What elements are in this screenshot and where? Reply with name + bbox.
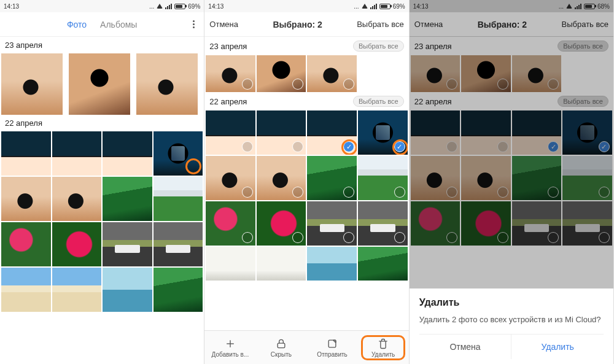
- more-icon[interactable]: [188, 19, 199, 30]
- tab-photos[interactable]: Фото: [67, 20, 87, 29]
- delete-dialog: Удалить Удалить 2 фото со всех устройств…: [410, 288, 613, 364]
- delete-label: Удалить: [371, 351, 395, 358]
- photo-scroll[interactable]: 23 апреля 22 апреля: [0, 37, 204, 364]
- photo-thumb[interactable]: ✓: [358, 110, 408, 155]
- tab-albums[interactable]: Альбомы: [100, 20, 137, 29]
- screen-gallery-delete-dialog: 14:13 ... 68% Отмена Выбрано: 2 Выбрать …: [410, 0, 614, 364]
- dialog-confirm-button[interactable]: Удалить: [511, 335, 604, 359]
- photo-thumb[interactable]: [358, 156, 408, 200]
- ellipsis-icon: ...: [149, 3, 154, 10]
- svg-rect-2: [278, 343, 285, 348]
- trash-icon: [377, 338, 389, 350]
- section-header: 23 апреля Выбрать все: [204, 37, 408, 55]
- check-empty-icon: [242, 187, 253, 198]
- hide-button[interactable]: Скрыть: [262, 338, 301, 358]
- status-bar: 14:13 ... 69%: [204, 0, 408, 12]
- section-header: 22 апреля: [0, 115, 204, 131]
- status-bar: 14:13 ... 69%: [0, 0, 204, 12]
- status-time: 14:13: [4, 3, 19, 10]
- photo-thumb[interactable]: [206, 201, 255, 246]
- check-empty-icon: [343, 187, 354, 198]
- selection-count: Выбрано: 2: [273, 20, 322, 29]
- annotation-circle: [185, 158, 201, 174]
- photo-thumb[interactable]: [257, 110, 306, 155]
- add-to-button[interactable]: Добавить в...: [211, 338, 250, 358]
- photo-thumb[interactable]: [307, 156, 357, 200]
- photo-thumb[interactable]: [257, 156, 306, 200]
- dialog-body: Удалить 2 фото со всех устройств и из Mi…: [419, 314, 604, 325]
- photo-thumb[interactable]: [154, 222, 203, 266]
- photo-thumb[interactable]: [154, 177, 203, 221]
- photo-thumb[interactable]: [103, 222, 152, 266]
- topbar-select: Отмена Выбрано: 2 Выбрать все: [204, 12, 408, 37]
- check-empty-icon: [343, 79, 354, 90]
- cancel-button[interactable]: Отмена: [209, 20, 238, 29]
- signal-icon: [370, 4, 377, 9]
- check-selected-icon: ✓: [343, 141, 354, 152]
- photo-thumb[interactable]: [1, 222, 51, 266]
- photo-thumb[interactable]: [307, 247, 357, 281]
- photo-thumb[interactable]: [154, 131, 203, 176]
- check-empty-icon: [292, 141, 303, 152]
- dialog-title: Удалить: [419, 297, 604, 308]
- photo-thumb[interactable]: [154, 268, 203, 312]
- check-selected-icon: ✓: [394, 141, 405, 152]
- signal-icon: [165, 4, 172, 9]
- photo-thumb[interactable]: [206, 156, 255, 200]
- photo-thumb[interactable]: [103, 177, 152, 221]
- section-header: 23 апреля: [0, 37, 204, 53]
- dialog-cancel-button[interactable]: Отмена: [419, 335, 512, 359]
- photo-thumb[interactable]: [358, 201, 408, 246]
- hide-label: Скрыть: [271, 351, 292, 358]
- photo-thumb[interactable]: [257, 55, 306, 92]
- battery-percent: 69%: [188, 3, 200, 10]
- photo-thumb[interactable]: [103, 131, 152, 176]
- section-date: 22 апреля: [5, 118, 42, 128]
- ellipsis-icon: ...: [354, 3, 359, 10]
- photo-thumb[interactable]: [206, 55, 255, 92]
- check-empty-icon: [242, 79, 253, 90]
- section-select-all[interactable]: Выбрать все: [353, 96, 404, 107]
- action-bar: Добавить в... Скрыть Отправить Удалить: [204, 330, 408, 364]
- section-header: 22 апреля Выбрать все: [204, 92, 408, 110]
- photo-thumb[interactable]: [136, 53, 198, 115]
- section-select-all[interactable]: Выбрать все: [353, 41, 404, 52]
- share-icon: [326, 338, 338, 350]
- check-empty-icon: [242, 141, 253, 152]
- battery-icon: [379, 4, 391, 9]
- section-date: 23 апреля: [209, 42, 247, 51]
- screen-gallery-select: 14:13 ... 69% Отмена Выбрано: 2 Выбрать …: [204, 0, 409, 364]
- photo-thumb[interactable]: [1, 268, 51, 312]
- photo-thumb[interactable]: [52, 222, 102, 266]
- check-empty-icon: [242, 232, 253, 243]
- photo-thumb[interactable]: [206, 247, 255, 281]
- check-empty-icon: [394, 187, 405, 198]
- photo-thumb[interactable]: [52, 177, 102, 221]
- photo-thumb[interactable]: [1, 53, 63, 115]
- photo-thumb[interactable]: [52, 131, 102, 176]
- wifi-icon: [157, 3, 163, 10]
- delete-button[interactable]: Удалить: [363, 338, 403, 358]
- select-all-button[interactable]: Выбрать все: [357, 20, 403, 29]
- section-date: 22 апреля: [209, 97, 247, 106]
- photo-thumb[interactable]: [103, 268, 152, 312]
- screen-gallery-browse: 14:13 ... 69% Фото Альбомы 23 апреля 22 …: [0, 0, 204, 364]
- check-empty-icon: [292, 232, 303, 243]
- photo-thumb[interactable]: [257, 201, 306, 246]
- photo-thumb[interactable]: [307, 55, 357, 92]
- photo-thumb[interactable]: [358, 247, 408, 281]
- photo-thumb[interactable]: [1, 177, 51, 221]
- send-label: Отправить: [317, 351, 348, 358]
- photo-thumb[interactable]: [1, 131, 51, 176]
- photo-scroll[interactable]: 23 апреля Выбрать все 22 апреля Выбрать …: [204, 37, 408, 364]
- photo-thumb[interactable]: [307, 201, 357, 246]
- photo-thumb[interactable]: [52, 268, 102, 312]
- photo-thumb[interactable]: [206, 110, 255, 155]
- battery-percent: 69%: [393, 3, 405, 10]
- plus-icon: [224, 338, 236, 350]
- photo-thumb[interactable]: [69, 53, 130, 115]
- wifi-icon: [362, 3, 368, 10]
- photo-thumb[interactable]: ✓: [307, 110, 357, 155]
- send-button[interactable]: Отправить: [313, 338, 352, 358]
- photo-thumb[interactable]: [257, 247, 306, 281]
